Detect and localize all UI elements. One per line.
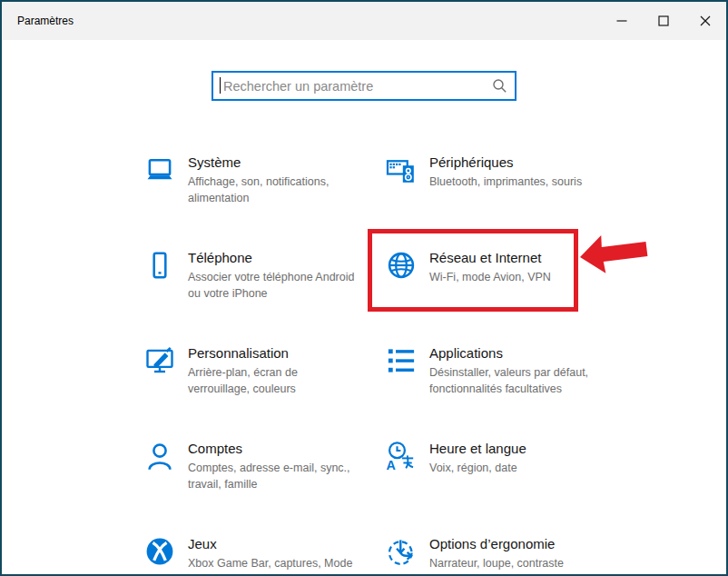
tile-title: Périphériques bbox=[429, 154, 582, 170]
close-icon bbox=[700, 15, 711, 26]
globe-icon bbox=[385, 249, 418, 282]
tile-systeme[interactable]: Système Affichage, son, notifications, a… bbox=[143, 154, 385, 250]
tile-jeux[interactable]: Jeux Xbox Game Bar, captures, Mode bbox=[143, 536, 385, 576]
settings-home: Système Affichage, son, notifications, a… bbox=[2, 40, 726, 574]
tile-description: Xbox Game Bar, captures, Mode bbox=[188, 556, 352, 572]
tile-title: Réseau et Internet bbox=[429, 250, 551, 265]
close-button[interactable] bbox=[684, 2, 726, 40]
tile-description: Affichage, son, notifications, alimentat… bbox=[188, 174, 361, 207]
minimize-button[interactable] bbox=[601, 2, 643, 40]
categories-grid: Système Affichage, son, notifications, a… bbox=[143, 154, 626, 576]
svg-text:A: A bbox=[387, 458, 396, 472]
tile-title: Jeux bbox=[188, 536, 352, 551]
tile-reseau-internet[interactable]: Réseau et Internet Wi-Fi, mode Avion, VP… bbox=[385, 250, 626, 345]
tile-title: Personnalisation bbox=[188, 345, 361, 361]
tile-title: Système bbox=[188, 154, 361, 170]
apps-list-icon bbox=[385, 344, 418, 377]
tile-applications[interactable]: Applications Désinstaller, valeurs par d… bbox=[385, 345, 626, 441]
minimize-icon bbox=[616, 15, 627, 26]
tile-description: Désinstaller, valeurs par défaut, foncti… bbox=[429, 365, 603, 398]
tile-title: Heure et langue bbox=[429, 441, 526, 456]
search-input[interactable] bbox=[212, 71, 516, 101]
maximize-button[interactable] bbox=[643, 2, 684, 40]
tile-options-ergonomie[interactable]: Options d’ergonomie Narrateur, loupe, co… bbox=[385, 536, 626, 576]
window-controls bbox=[601, 2, 726, 40]
window-title: Paramètres bbox=[2, 15, 601, 27]
maximize-icon bbox=[658, 15, 669, 26]
tile-comptes[interactable]: Comptes Comptes, adresse e-mail, sync., … bbox=[143, 441, 385, 536]
tile-personnalisation[interactable]: Personnalisation Arrière-plan, écran de … bbox=[143, 345, 385, 441]
devices-icon bbox=[385, 154, 418, 186]
search-box bbox=[212, 71, 516, 101]
accessibility-icon bbox=[385, 535, 418, 568]
personalization-icon bbox=[143, 344, 176, 377]
tile-title: Téléphone bbox=[188, 250, 361, 265]
tile-description: Wi-Fi, mode Avion, VPN bbox=[429, 270, 551, 286]
settings-window: Paramètres bbox=[0, 0, 728, 576]
tile-title: Options d’ergonomie bbox=[429, 536, 564, 551]
phone-icon bbox=[143, 249, 176, 282]
tile-peripheriques[interactable]: Périphériques Bluetooth, imprimantes, so… bbox=[385, 154, 626, 250]
tile-description: Bluetooth, imprimantes, souris bbox=[429, 174, 582, 191]
tile-telephone[interactable]: Téléphone Associer votre téléphone Andro… bbox=[143, 250, 385, 345]
tile-description: Narrateur, loupe, contraste bbox=[429, 556, 564, 572]
person-icon bbox=[143, 440, 176, 472]
clock-language-icon: A bbox=[385, 440, 418, 472]
tile-heure-langue[interactable]: A Heure et langue Voix, région, date bbox=[385, 441, 626, 536]
xbox-icon bbox=[143, 535, 176, 568]
tile-description: Comptes, adresse e-mail, sync., travail,… bbox=[188, 461, 361, 493]
tile-title: Comptes bbox=[188, 441, 361, 456]
tile-description: Arrière-plan, écran de verrouillage, cou… bbox=[188, 365, 361, 398]
laptop-icon bbox=[143, 154, 176, 186]
tile-description: Voix, région, date bbox=[429, 461, 526, 477]
tile-description: Associer votre téléphone Android ou votr… bbox=[188, 270, 361, 303]
titlebar: Paramètres bbox=[2, 2, 726, 40]
search-icon[interactable] bbox=[492, 78, 507, 94]
text-caret bbox=[220, 77, 221, 94]
tile-title: Applications bbox=[429, 345, 603, 361]
